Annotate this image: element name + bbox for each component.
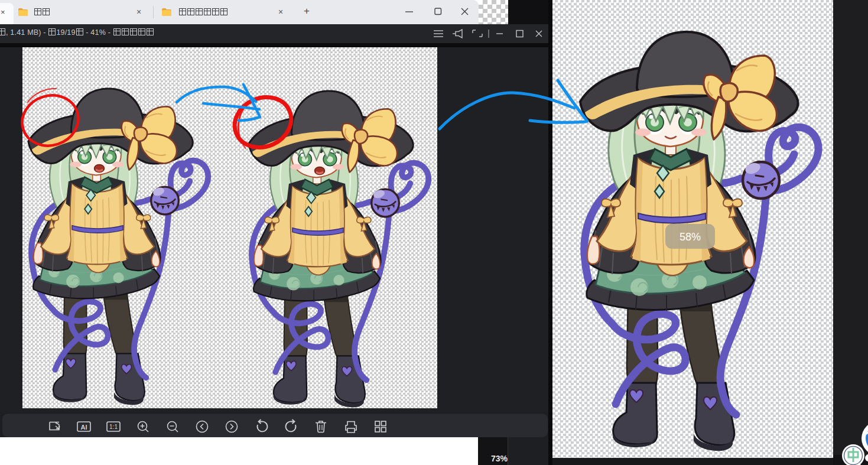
svg-text:1:1: 1:1 <box>109 424 118 430</box>
svg-text:58%: 58% <box>680 231 701 243</box>
svg-text:AI: AI <box>81 424 87 431</box>
